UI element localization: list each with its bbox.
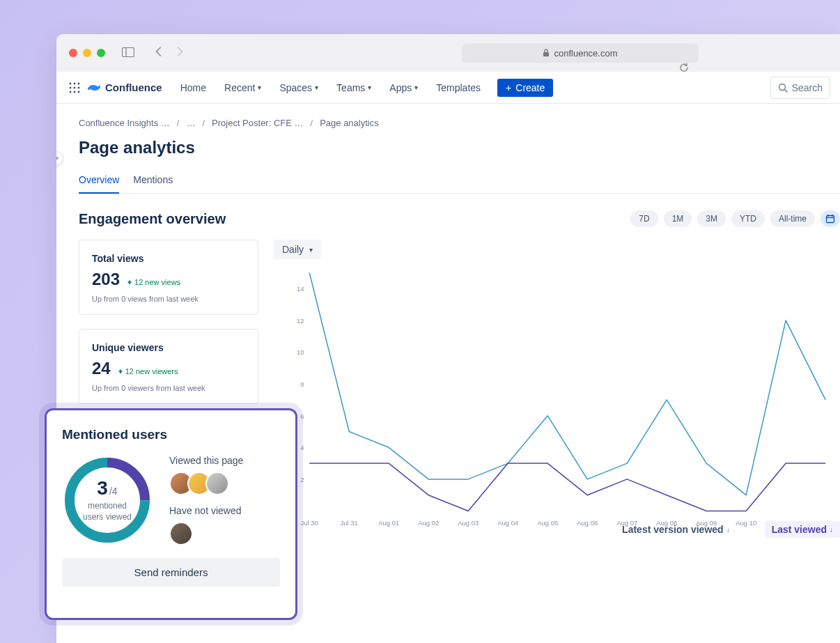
col-latest-version[interactable]: Latest version viewed↓ — [622, 524, 730, 535]
chevron-down-icon: ▾ — [315, 84, 318, 91]
svg-text:4: 4 — [300, 444, 304, 451]
forward-button[interactable] — [175, 47, 185, 59]
mentioned-count: 3 — [97, 477, 108, 499]
range-ytd[interactable]: YTD — [731, 210, 765, 227]
range-1m[interactable]: 1M — [664, 210, 692, 227]
minimize-window-button[interactable] — [83, 49, 91, 57]
section-title: Engagement overview — [79, 211, 226, 227]
reload-icon[interactable] — [679, 63, 689, 75]
svg-text:8: 8 — [300, 380, 304, 388]
date-range-selector: 7D 1M 3M YTD All-time — [630, 210, 840, 227]
arrow-up-icon — [127, 279, 132, 285]
mentioned-title: Mentioned users — [62, 427, 280, 442]
svg-point-10 — [74, 91, 76, 93]
granularity-selector[interactable]: Daily ▾ — [274, 240, 321, 259]
unique-viewers-value: 24 — [92, 359, 111, 378]
svg-point-7 — [74, 86, 76, 88]
avatar[interactable] — [169, 522, 193, 545]
svg-point-4 — [74, 82, 76, 84]
card-caption: Up from 0 viewers from last week — [92, 384, 245, 392]
svg-rect-2 — [543, 52, 549, 56]
card-title: Unique viewers — [92, 342, 245, 353]
svg-rect-14 — [827, 216, 834, 223]
svg-point-8 — [78, 86, 80, 88]
viewers-trend: 12 new viewers — [118, 367, 178, 375]
engagement-chart: 2468101214Jul 30Jul 31Aug 01Aug 02Aug 03… — [274, 266, 840, 531]
plus-icon: + — [506, 82, 511, 93]
back-button[interactable] — [154, 47, 164, 59]
url-bar[interactable]: confluence.com — [462, 43, 699, 63]
maximize-window-button[interactable] — [97, 49, 105, 57]
svg-text:14: 14 — [297, 285, 304, 293]
chevron-down-icon: ▾ — [309, 246, 313, 254]
range-all-time[interactable]: All-time — [770, 210, 815, 227]
url-text: confluence.com — [554, 48, 617, 59]
range-3m[interactable]: 3M — [697, 210, 726, 227]
breadcrumb-item[interactable]: Project Poster: CFE … — [212, 118, 303, 128]
chevron-down-icon: ▾ — [258, 84, 261, 91]
svg-rect-0 — [123, 47, 134, 56]
search-input[interactable]: Search — [770, 77, 830, 99]
card-caption: Up from 0 views from last week — [92, 295, 245, 303]
nav-recent[interactable]: Recent▾ — [217, 79, 268, 96]
views-trend: 12 new views — [127, 278, 180, 286]
page-title: Page analytics — [79, 138, 840, 157]
viewed-avatars — [169, 472, 280, 495]
svg-point-9 — [70, 91, 72, 93]
svg-text:6: 6 — [300, 412, 304, 420]
chevron-down-icon: ▾ — [368, 84, 371, 91]
breadcrumb-item[interactable]: … — [186, 118, 195, 128]
not-viewed-label: Have not viewed — [169, 505, 280, 516]
traffic-lights — [69, 49, 105, 57]
nav-apps[interactable]: Apps▾ — [382, 79, 425, 96]
sidebar-toggle-icon[interactable] — [122, 46, 134, 61]
nav-teams[interactable]: Teams▾ — [329, 79, 378, 96]
chevron-down-icon: ▾ — [414, 84, 418, 91]
breadcrumb: Confluence Insights …/ …/ Project Poster… — [79, 118, 840, 128]
col-last-viewed[interactable]: Last viewed↓ — [765, 521, 840, 538]
confluence-icon — [87, 81, 101, 95]
svg-point-5 — [78, 82, 80, 84]
svg-line-13 — [784, 89, 787, 92]
range-7d[interactable]: 7D — [630, 210, 658, 227]
nav-templates[interactable]: Templates — [429, 79, 488, 96]
tab-mentions[interactable]: Mentions — [133, 174, 173, 193]
lock-icon — [543, 49, 550, 57]
app-header: Confluence Home Recent▾ Spaces▾ Teams▾ A… — [56, 72, 840, 104]
browser-toolbar: confluence.com — [56, 34, 840, 72]
svg-text:12: 12 — [297, 317, 304, 325]
calendar-icon — [825, 214, 835, 224]
arrow-down-icon: ↓ — [830, 526, 833, 534]
svg-text:2: 2 — [300, 476, 304, 483]
tab-overview[interactable]: Overview — [79, 174, 119, 194]
total-views-card: Total views 203 12 new views Up from 0 v… — [79, 240, 258, 315]
search-placeholder: Search — [792, 82, 823, 93]
calendar-button[interactable] — [820, 210, 840, 227]
card-title: Total views — [92, 253, 245, 264]
app-switcher-icon[interactable] — [66, 79, 83, 96]
mentioned-total: /4 — [109, 486, 118, 497]
svg-point-6 — [70, 86, 72, 88]
unique-viewers-card: Unique viewers 24 12 new viewers Up from… — [79, 329, 258, 404]
arrow-up-icon — [118, 369, 123, 374]
viewed-label: Viewed this page — [169, 455, 280, 466]
nav-spaces[interactable]: Spaces▾ — [272, 79, 325, 96]
confluence-logo[interactable]: Confluence — [87, 81, 162, 95]
send-reminders-button[interactable]: Send reminders — [62, 558, 280, 587]
breadcrumb-item[interactable]: Confluence Insights … — [79, 118, 170, 128]
svg-text:10: 10 — [297, 348, 304, 356]
mentioned-users-panel: Mentioned users 3 /4 mentioned users vie… — [45, 408, 297, 620]
create-button[interactable]: + Create — [497, 79, 553, 97]
close-window-button[interactable] — [69, 49, 77, 57]
svg-point-3 — [70, 82, 72, 84]
avatar[interactable] — [205, 472, 229, 495]
mentioned-donut: 3 /4 mentioned users viewed — [62, 455, 153, 545]
mentioned-caption: mentioned users viewed — [83, 501, 132, 522]
not-viewed-avatars — [169, 522, 280, 545]
total-views-value: 203 — [92, 270, 120, 289]
tabs: Overview Mentions — [79, 174, 840, 194]
product-name: Confluence — [105, 82, 162, 93]
nav-home[interactable]: Home — [173, 79, 213, 96]
breadcrumb-current: Page analytics — [320, 118, 379, 128]
search-icon — [778, 83, 788, 93]
